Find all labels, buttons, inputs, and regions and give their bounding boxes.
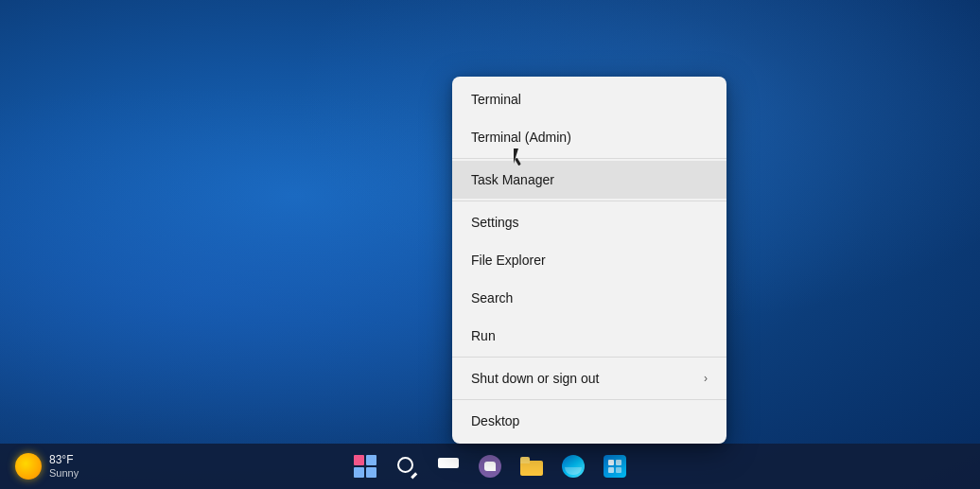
- menu-item-settings[interactable]: Settings: [452, 203, 726, 241]
- edge-icon: [562, 455, 585, 478]
- weather-sun-icon: [15, 453, 42, 480]
- menu-separator-2: [452, 201, 726, 201]
- weather-temperature: 83°F: [49, 453, 79, 466]
- windows-logo-icon: [354, 455, 376, 478]
- menu-separator-4: [452, 399, 726, 400]
- svg-rect-0: [608, 460, 614, 465]
- search-icon: [397, 457, 416, 476]
- context-menu: Terminal Terminal (Admin) Task Manager S…: [452, 77, 726, 444]
- file-explorer-button[interactable]: [513, 447, 551, 485]
- folder-icon: [520, 457, 543, 476]
- svg-rect-3: [616, 467, 621, 473]
- menu-separator-3: [452, 357, 726, 358]
- menu-item-file-explorer[interactable]: File Explorer: [452, 241, 726, 279]
- task-view-button[interactable]: [429, 447, 467, 485]
- menu-separator-1: [452, 158, 726, 159]
- chat-button[interactable]: [471, 447, 509, 485]
- menu-item-task-manager[interactable]: Task Manager: [452, 161, 726, 199]
- desktop: Terminal Terminal (Admin) Task Manager S…: [0, 0, 980, 489]
- svg-rect-2: [608, 467, 614, 473]
- menu-item-shutdown[interactable]: Shut down or sign out ›: [452, 359, 726, 397]
- weather-text: 83°F Sunny: [49, 453, 79, 480]
- start-button[interactable]: [346, 447, 384, 485]
- submenu-arrow-icon: ›: [704, 372, 708, 385]
- store-icon: [604, 455, 626, 478]
- taskbar: 83°F Sunny: [0, 444, 980, 489]
- taskbar-center-icons: [346, 447, 634, 485]
- menu-item-run[interactable]: Run: [452, 317, 726, 355]
- menu-item-terminal[interactable]: Terminal: [452, 80, 726, 118]
- menu-item-terminal-admin[interactable]: Terminal (Admin): [452, 118, 726, 156]
- menu-item-search[interactable]: Search: [452, 279, 726, 317]
- store-button[interactable]: [596, 447, 634, 485]
- menu-item-desktop[interactable]: Desktop: [452, 402, 726, 440]
- chat-icon: [479, 455, 501, 478]
- weather-condition: Sunny: [49, 467, 79, 480]
- search-button[interactable]: [388, 447, 426, 485]
- taskbar-left: 83°F Sunny: [8, 449, 86, 483]
- svg-rect-1: [616, 460, 621, 465]
- weather-widget[interactable]: 83°F Sunny: [8, 449, 86, 483]
- task-view-icon: [438, 458, 459, 475]
- edge-button[interactable]: [554, 447, 592, 485]
